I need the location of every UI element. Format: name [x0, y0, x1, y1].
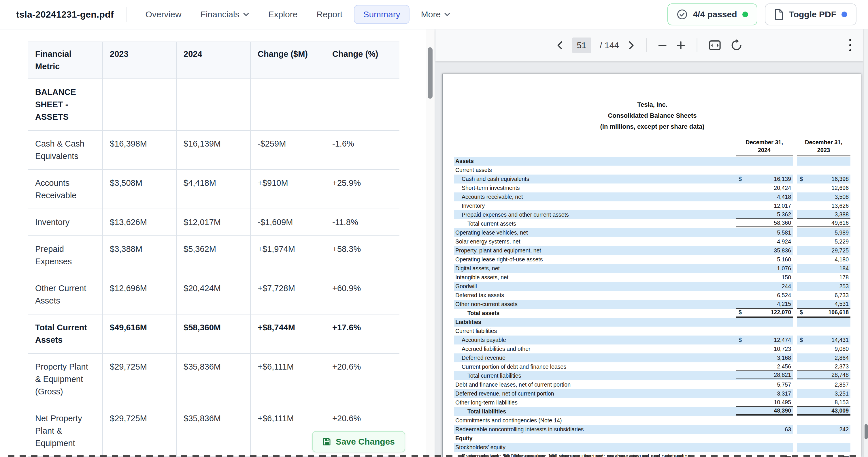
- change-pct-cell[interactable]: +60.9%: [326, 275, 399, 314]
- change-usd-cell[interactable]: +$7,728M: [251, 275, 326, 314]
- value-2023-cell[interactable]: $49,616M: [103, 314, 177, 354]
- value-2023-cell[interactable]: $3,508M: [103, 170, 177, 209]
- tab-financials[interactable]: Financials: [193, 5, 257, 24]
- value-2023-cell[interactable]: $12,696M: [103, 275, 177, 314]
- value-2023-cell[interactable]: $3,388M: [103, 236, 177, 275]
- toolbar-separator: [646, 38, 647, 52]
- tab-report[interactable]: Report: [309, 5, 350, 24]
- change-pct-cell[interactable]: +17.6%: [326, 314, 399, 354]
- pdf-value-2023: 6,733: [797, 291, 850, 300]
- pdf-amount: 3,508: [835, 194, 849, 200]
- pdf-line-label: Operating lease vehicles, net: [455, 229, 528, 236]
- metric-name-cell[interactable]: Inventory: [28, 209, 103, 236]
- pdf-title-statement: Consolidated Balance Sheets: [454, 110, 850, 121]
- metric-name-cell[interactable]: Cash & Cash Equivalents: [28, 131, 103, 170]
- pdf-scrollbar-thumb[interactable]: [865, 424, 868, 439]
- value-2024-cell[interactable]: $5,362M: [177, 236, 251, 275]
- pdf-line-main: Cash and cash equivalents$16,139: [454, 175, 793, 183]
- pdf-value-2023: [797, 326, 850, 336]
- pdf-amount: 16,139: [774, 176, 791, 182]
- value-2023-cell[interactable]: [103, 79, 177, 131]
- tab-overview[interactable]: Overview: [138, 5, 189, 24]
- document-icon: [774, 9, 784, 20]
- value-2024-cell[interactable]: $4,418M: [177, 170, 251, 209]
- dollar-sign: $: [800, 337, 803, 343]
- checks-passed-badge[interactable]: 4/4 passed: [668, 3, 757, 25]
- more-options-icon[interactable]: [849, 39, 851, 51]
- pdf-line-item: Total liabilities48,39043,009: [454, 407, 850, 416]
- pdf-line-item: Total assets$122,070$106,618: [454, 309, 850, 318]
- value-2024-cell[interactable]: $16,139M: [177, 131, 251, 170]
- pdf-line-item: Solar energy systems, net4,9245,229: [454, 237, 850, 246]
- toggle-pdf-button[interactable]: Toggle PDF: [765, 3, 857, 25]
- value-2024-cell[interactable]: $35,836M: [177, 405, 251, 457]
- metric-name-cell[interactable]: Accounts Receivable: [28, 170, 103, 209]
- change-usd-cell[interactable]: +$1,974M: [251, 236, 326, 275]
- change-pct-cell[interactable]: +58.3%: [326, 236, 399, 275]
- metric-name-cell[interactable]: BALANCE SHEET - ASSETS: [28, 79, 103, 131]
- pdf-line-item: Other long-term liabilities10,4958,153: [454, 398, 850, 407]
- pdf-amount: 49,616: [831, 220, 849, 226]
- value-2024-cell[interactable]: $20,424M: [177, 275, 251, 314]
- change-pct-cell[interactable]: -1.6%: [326, 131, 399, 170]
- zoom-out-icon[interactable]: [658, 40, 668, 50]
- tab-summary[interactable]: Summary: [354, 5, 409, 24]
- next-page-icon[interactable]: [628, 40, 635, 51]
- pdf-value-2023: [797, 416, 850, 425]
- pdf-amount: 244: [781, 283, 791, 290]
- tab-explore[interactable]: Explore: [261, 5, 305, 24]
- change-usd-cell[interactable]: +$8,744M: [251, 314, 326, 354]
- pdf-value-2024: 1,076: [736, 264, 793, 273]
- pdf-amount: 6,733: [835, 292, 849, 298]
- change-usd-cell[interactable]: -$1,609M: [251, 209, 326, 236]
- metric-name-cell[interactable]: Total Current Assets: [28, 314, 103, 354]
- metrics-scrollbar-track[interactable]: [426, 29, 435, 457]
- change-pct-cell[interactable]: [326, 79, 399, 131]
- metric-name-cell[interactable]: Property Plant & Equipment (Gross): [28, 354, 103, 405]
- value-2024-cell[interactable]: $58,360M: [177, 314, 251, 354]
- pdf-line-main: Debt and finance leases, net of current …: [454, 380, 793, 389]
- pdf-line-main: Solar energy systems, net4,924: [454, 237, 793, 246]
- rotate-page-icon[interactable]: [730, 39, 743, 52]
- page-number-input[interactable]: 51: [572, 37, 591, 53]
- metric-name-cell[interactable]: Other Current Assets: [28, 275, 103, 314]
- metrics-scrollbar-thumb[interactable]: [428, 47, 433, 99]
- change-usd-cell[interactable]: +$6,111M: [251, 354, 326, 405]
- pdf-column-header-line: 2024: [736, 146, 793, 154]
- pdf-value-2024: 63: [736, 425, 793, 434]
- save-changes-button[interactable]: Save Changes: [312, 431, 405, 452]
- fit-width-icon[interactable]: [708, 39, 722, 51]
- change-usd-cell[interactable]: -$259M: [251, 131, 326, 170]
- pdf-line-main: Total current liabilities28,821: [454, 371, 793, 380]
- pdf-line-label: Current portion of debt and finance leas…: [455, 364, 566, 370]
- value-2023-cell[interactable]: $29,725M: [103, 354, 177, 405]
- value-2023-cell[interactable]: $29,725M: [103, 405, 177, 457]
- change-pct-cell[interactable]: +25.9%: [326, 170, 399, 209]
- pdf-title-units: (in millions, except per share data): [454, 121, 850, 132]
- pdf-value-2023: $14,431: [797, 336, 850, 344]
- previous-page-icon[interactable]: [556, 40, 563, 51]
- change-usd-cell[interactable]: [251, 79, 326, 131]
- pdf-line-main: Total assets$122,070: [454, 309, 793, 318]
- value-2023-cell[interactable]: $13,626M: [103, 209, 177, 236]
- pdf-amount: 106,618: [829, 309, 849, 316]
- tab-more[interactable]: More: [413, 5, 458, 24]
- value-2023-cell[interactable]: $16,398M: [103, 131, 177, 170]
- value-2024-cell[interactable]: $12,017M: [177, 209, 251, 236]
- zoom-in-icon[interactable]: [676, 40, 686, 50]
- pdf-line-label: Assets: [455, 158, 474, 165]
- dollar-sign: $: [800, 309, 803, 316]
- pdf-line-main: Total current assets58,360: [454, 219, 793, 228]
- pdf-amount: 35,836: [774, 247, 791, 254]
- pdf-line-main: Assets: [454, 156, 793, 166]
- value-2024-cell[interactable]: $35,836M: [177, 354, 251, 405]
- change-usd-cell[interactable]: +$910M: [251, 170, 326, 209]
- change-pct-cell[interactable]: +20.6%: [326, 354, 399, 405]
- metric-name-cell[interactable]: Prepaid Expenses: [28, 236, 103, 275]
- metric-name-cell[interactable]: Net Property Plant & Equipment: [28, 405, 103, 457]
- pdf-line-item: Liabilities: [454, 318, 850, 326]
- pdf-scrollbar-track[interactable]: [863, 29, 868, 457]
- change-pct-cell[interactable]: -11.8%: [326, 209, 399, 236]
- value-2024-cell[interactable]: [177, 79, 251, 131]
- menu-icon[interactable]: [451, 40, 464, 50]
